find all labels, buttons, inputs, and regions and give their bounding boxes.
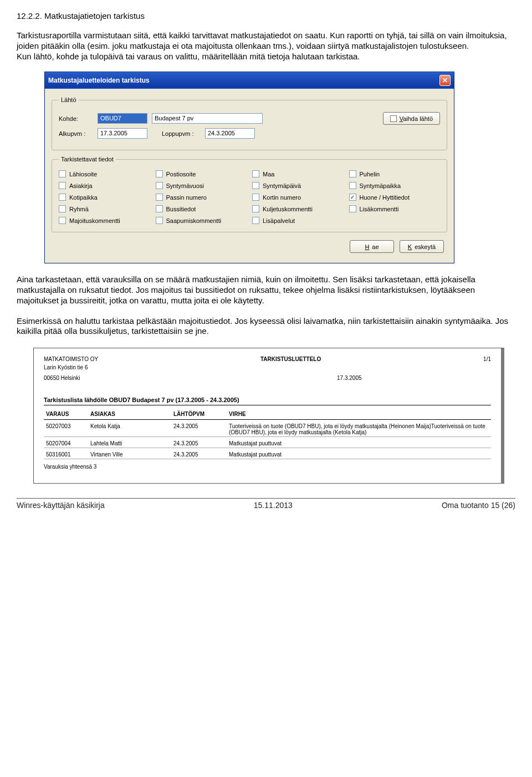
checkbox-icon[interactable] <box>252 217 259 224</box>
checkbox-icon[interactable] <box>156 205 163 212</box>
section-heading: 12.2.2. Matkustajatietojen tarkistus <box>17 11 515 21</box>
kohde-label: Kohde: <box>59 115 93 122</box>
checkbox-icon[interactable] <box>349 170 356 177</box>
checkbox-icon[interactable] <box>156 170 163 177</box>
checkbox-label: Syntymäpaikka <box>360 182 401 189</box>
checkbox-icon[interactable] <box>252 170 259 177</box>
checkbox-passin-numero[interactable]: Passin numero <box>156 194 247 201</box>
checkbox-kuljetuskommentti[interactable]: Kuljetuskommentti <box>252 205 344 212</box>
checkbox-syntym-vuosi[interactable]: Syntymävuosi <box>156 182 247 189</box>
report-company: MATKATOIMISTO OY <box>44 356 98 362</box>
checkbox-icon[interactable] <box>156 217 163 224</box>
checkbox-icon[interactable] <box>59 194 66 201</box>
kohde-code-input[interactable]: OBUD7 <box>98 113 147 124</box>
group-lahto: Lähtö Kohde: OBUD7 Budapest 7 pv Vaihda … <box>52 97 447 150</box>
checkbox-label: Syntymäpäivä <box>263 182 301 189</box>
checkbox-icon[interactable] <box>156 194 163 201</box>
checkbox-icon[interactable] <box>59 217 66 224</box>
group-tarkistettavat-legend: Tarkistettavat tiedot <box>59 156 116 162</box>
loppupvm-input[interactable]: 24.3.2005 <box>205 128 255 139</box>
checkbox-icon[interactable] <box>59 170 66 177</box>
checkbox-label: Puhelin <box>360 171 380 177</box>
doc-icon <box>390 115 397 122</box>
checkbox-icon[interactable] <box>252 205 259 212</box>
checkbox-label: Majoituskommentti <box>69 217 120 224</box>
footer-left: Winres-käyttäjän käsikirja <box>17 501 105 510</box>
report-addr2: 00650 Helsinki <box>44 375 80 381</box>
checkbox-syntym-p-iv-[interactable]: Syntymäpäivä <box>252 182 344 189</box>
checkbox-label: Syntymävuosi <box>166 182 204 189</box>
loppupvm-label: Loppupvm : <box>162 130 201 137</box>
report-addr1: Larin Kyöstin tie 6 <box>44 364 491 370</box>
checkbox-label: Asiakirja <box>69 182 93 189</box>
col-lahtopvm: LÄHTÖPVM <box>171 408 227 420</box>
checkbox-icon[interactable]: ✓ <box>349 194 356 201</box>
report-footer-count: Varauksia yhteensä 3 <box>44 464 491 470</box>
checkbox-label: Huone / Hyttitiedot <box>360 194 410 201</box>
checkbox-label: Postiosoite <box>166 171 196 177</box>
footer-center: 15.11.2013 <box>254 501 293 510</box>
group-tarkistettavat: Tarkistettavat tiedot LähiosoitePostioso… <box>52 156 447 232</box>
table-row: 50207003Ketola Katja24.3.2005Tuoteriveis… <box>44 420 491 437</box>
checkbox-kotipaikka[interactable]: Kotipaikka <box>59 194 150 201</box>
alkupvm-input[interactable]: 17.3.2005 <box>98 128 147 139</box>
close-icon[interactable]: ✕ <box>439 75 451 86</box>
vaihda-lahto-button[interactable]: Vaihda lähtö <box>383 112 440 125</box>
checkbox-label: Kortin numero <box>263 194 301 201</box>
table-row: 50316001Virtanen Ville24.3.2005Matkustaj… <box>44 448 491 459</box>
checkbox-maa[interactable]: Maa <box>252 170 344 177</box>
checkbox-kortin-numero[interactable]: Kortin numero <box>252 194 344 201</box>
checkbox-label: Maa <box>263 171 274 177</box>
checkbox-lis-palvelut[interactable]: Lisäpalvelut <box>252 217 344 224</box>
paragraph-intro: Tarkistusraportilla varmistutaan siitä, … <box>17 31 515 62</box>
checkbox-icon[interactable] <box>59 205 66 212</box>
table-row: 50207004Lahtela Matti24.3.2005Matkustaja… <box>44 437 491 448</box>
col-varaus: VARAUS <box>44 408 88 420</box>
checkbox-icon[interactable] <box>156 182 163 189</box>
checkbox-label: Passin numero <box>166 194 207 201</box>
checkbox-label: Ryhmä <box>69 206 89 212</box>
checkbox-l-hiosoite[interactable]: Lähiosoite <box>59 170 150 177</box>
keskeyta-button[interactable]: Keskeytä <box>400 240 444 253</box>
checkbox-asiakirja[interactable]: Asiakirja <box>59 182 150 189</box>
paragraph-3: Esimerkissä on haluttu tarkistaa pelkäst… <box>17 316 515 337</box>
report-table: VARAUS ASIAKAS LÄHTÖPVM VIRHE 50207003Ke… <box>44 408 491 459</box>
kohde-name-input[interactable]: Budapest 7 pv <box>152 113 263 124</box>
checkbox-label: Lisäkommentti <box>360 206 399 212</box>
checkbox-syntym-paikka[interactable]: Syntymäpaikka <box>349 182 441 189</box>
checkbox-lis-kommentti[interactable]: Lisäkommentti <box>349 205 441 212</box>
dialog-titlebar: Matkustajaluetteloiden tarkistus ✕ <box>45 72 454 89</box>
paragraph-2: Aina tarkastetaan, että varauksilla on s… <box>17 275 515 306</box>
passenger-check-dialog: Matkustajaluetteloiden tarkistus ✕ Lähtö… <box>44 72 454 263</box>
report-doc-title: TARKISTUSLUETTELO <box>260 356 321 362</box>
group-lahto-legend: Lähtö <box>59 97 79 103</box>
hae-button[interactable]: Hae <box>350 240 394 253</box>
checkbox-label: Saapumiskommentti <box>166 217 222 224</box>
checkbox-icon[interactable] <box>349 205 356 212</box>
checkbox-icon[interactable] <box>59 182 66 189</box>
checkbox-puhelin[interactable]: Puhelin <box>349 170 441 177</box>
dialog-title: Matkustajaluetteloiden tarkistus <box>48 77 150 84</box>
report-page: 1/1 <box>483 356 491 362</box>
checkbox-postiosoite[interactable]: Postiosoite <box>156 170 247 177</box>
checkbox-label: Kuljetuskommentti <box>263 206 313 212</box>
col-virhe: VIRHE <box>227 408 491 420</box>
checkbox-bussitiedot[interactable]: Bussitiedot <box>156 205 247 212</box>
checkbox-label: Bussitiedot <box>166 206 196 212</box>
report-date: 17.3.2005 <box>337 375 362 381</box>
checkbox-ryhm-[interactable]: Ryhmä <box>59 205 150 212</box>
checkbox-majoituskommentti[interactable]: Majoituskommentti <box>59 217 150 224</box>
checkbox-label: Lisäpalvelut <box>263 217 295 224</box>
checkbox-saapumiskommentti[interactable]: Saapumiskommentti <box>156 217 247 224</box>
checkbox-icon[interactable] <box>349 182 356 189</box>
checkbox-label: Lähiosoite <box>69 171 97 177</box>
checkbox-icon[interactable] <box>252 182 259 189</box>
checkbox-label: Kotipaikka <box>69 194 98 201</box>
report-panel: MATKATOIMISTO OY TARKISTUSLUETTELO 1/1 L… <box>33 348 504 484</box>
checkbox-icon[interactable] <box>252 194 259 201</box>
checkbox-huone-hyttitiedot[interactable]: ✓Huone / Hyttitiedot <box>349 194 441 201</box>
footer-right: Oma tuotanto 15 (26) <box>442 501 515 510</box>
col-asiakas: ASIAKAS <box>88 408 171 420</box>
alkupvm-label: Alkupvm : <box>59 130 93 137</box>
report-list-title: Tarkistuslista lähdölle OBUD7 Budapest 7… <box>44 397 491 405</box>
